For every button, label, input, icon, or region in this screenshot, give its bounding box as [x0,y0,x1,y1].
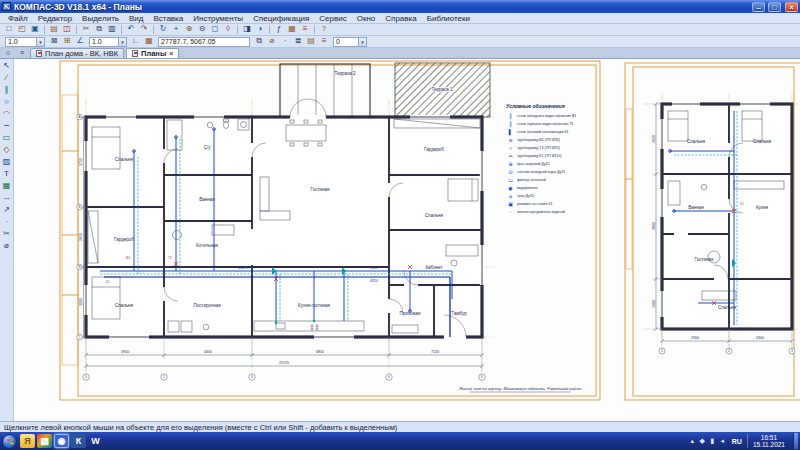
pipe-label[interactable]: Ø32 ПП [238,266,250,270]
menu-item[interactable]: Сервис [314,14,351,23]
room-label[interactable]: Спальня [718,305,737,310]
paste-icon[interactable]: ▥ [106,24,118,35]
room-label[interactable]: Котельная [196,243,218,248]
point-tool-icon[interactable]: ∙ [1,217,13,228]
drawing-canvas[interactable]: Спальня Гардероб Спальня С/у Ванная Коте… [14,59,800,421]
trim-tool-icon[interactable]: ✂ [1,229,13,240]
line-tool-icon[interactable]: ∕ [1,73,13,84]
floor-plan-sheet2[interactable] [652,102,795,354]
rectangle-tool-icon[interactable]: ▭ [1,133,13,144]
dim-label[interactable]: 3800 [652,222,656,230]
room-label[interactable]: Ванная [688,205,704,210]
taskbar-clock[interactable]: 16:51 15.11.2021 [747,434,790,449]
refresh-view-icon[interactable]: ↻ [157,24,169,35]
dim-label[interactable]: 3750 [79,158,83,166]
cut-icon[interactable]: ✂ [80,24,92,35]
maximize-button[interactable]: □ [768,2,781,12]
chevron-down-icon[interactable]: ▾ [118,38,126,46]
chevron-down-icon[interactable]: ▾ [358,38,366,46]
minimize-button[interactable]: – [752,2,765,12]
pan-icon[interactable]: + [170,24,182,35]
dim-label[interactable]: 3000 [79,298,83,306]
layer-combo[interactable]: 0 ▾ [333,37,367,47]
riser-label[interactable]: К1 [740,202,744,206]
tab-list-icon[interactable]: ≡ [16,48,28,58]
text-tool-icon[interactable]: Т [1,169,13,180]
floor-plan-sheet1[interactable] [77,63,490,380]
dim-label[interactable]: 2650 [652,135,656,143]
tab-plany[interactable]: Планы × [126,48,179,58]
spline-tool-icon[interactable]: ∼ [1,121,13,132]
variables-icon[interactable]: ƒ [273,24,285,35]
ortho-mode-icon[interactable]: ∟ [130,36,142,47]
language-indicator[interactable]: RU [730,438,744,445]
browser-icon[interactable]: ◉ [54,434,69,448]
library-manager-icon[interactable]: ≡ [299,24,311,35]
explorer-icon[interactable]: ▤ [37,434,52,448]
menu-item[interactable]: Инструменты [188,14,248,23]
room-label[interactable]: Гостиная [311,187,330,192]
dim-label[interactable]: 2300 [691,336,699,340]
dim-label[interactable]: 1900 [652,300,656,308]
room-label[interactable]: Постирочная [193,303,221,308]
riser-label[interactable]: К1 [106,280,110,284]
parallel-line-tool-icon[interactable]: ∥ [1,85,13,96]
volume-tray-icon[interactable]: ◂ [718,437,727,445]
menu-item[interactable]: Окно [352,14,381,23]
riser-label[interactable]: Т3 [168,256,172,260]
zoom-in-icon[interactable]: ⊕ [183,24,195,35]
measure-icon[interactable]: ⌀ [266,36,278,47]
menu-item[interactable]: Выделить [77,14,124,23]
new-document-icon[interactable]: □ [3,24,15,35]
angle-snap-icon[interactable]: ∠ [74,36,86,47]
local-snap-icon[interactable]: ⊞ [61,36,73,47]
tab-close-icon[interactable]: × [169,50,173,57]
save-icon[interactable]: ▣ [29,24,41,35]
dim-label[interactable]: 2650 [79,233,83,241]
zoom-out-icon[interactable]: ⊖ [196,24,208,35]
close-button[interactable]: × [785,2,798,12]
room-label[interactable]: Ванная [199,197,215,202]
copy-icon[interactable]: ⧉ [93,24,105,35]
dim-label[interactable]: 4400 [204,350,212,354]
room-label[interactable]: Гардероб [114,237,134,242]
room-label[interactable]: Спальня [115,303,134,308]
layers-icon[interactable]: ≣ [292,36,304,47]
dimension-tool-icon[interactable]: ↔ [1,193,13,204]
undo-icon[interactable]: ↶ [125,24,137,35]
chevron-down-icon[interactable]: ▾ [36,38,44,46]
room-label[interactable]: Терраса 1 [431,87,453,92]
snap-lock-icon[interactable]: ⊠ [48,36,60,47]
print-icon[interactable]: ▤ [48,24,60,35]
room-label[interactable]: С/у [204,145,212,150]
room-label[interactable]: Гостиная [695,257,714,262]
menu-item[interactable]: Редактор [33,14,77,23]
cursor-coordinates-field[interactable]: 27787.7, 5067.05 [158,37,250,47]
circle-tool-icon[interactable]: ○ [1,97,13,108]
sheet-caption[interactable]: Жилой дом по адресу: Московская область,… [458,386,582,391]
selection-tool-icon[interactable]: ↖ [1,61,13,72]
riser-label[interactable]: В1 [126,256,130,260]
tab-plan-doma-vk[interactable]: План дома - ВК, НВК [30,48,124,58]
tray-expand-icon[interactable]: ▴ [688,437,697,445]
room-label[interactable]: Спальня [115,157,134,162]
dim-label[interactable]: 2400 [756,336,764,340]
room-label[interactable]: Терраса 2 [334,71,356,76]
menu-item[interactable]: Справка [380,14,421,23]
zoom-selected-icon[interactable]: ◊ [222,24,234,35]
room-label[interactable]: Кухня-гостиная [298,303,330,308]
zoom-all-icon[interactable]: ◻ [209,24,221,35]
dim-label[interactable]: 3900 [121,350,129,354]
orientation-icon[interactable]: ◨ [241,24,253,35]
menu-item[interactable]: Спецификация [248,14,314,23]
drawing-sheet-view[interactable]: Спальня Гардероб Спальня С/у Ванная Коте… [14,59,800,421]
pipe-label[interactable]: Ø110 [370,279,378,283]
dim-label[interactable]: 6850 [316,350,324,354]
redo-icon[interactable]: ↷ [138,24,150,35]
dim-label[interactable]: 7120 [431,350,439,354]
open-document-icon[interactable]: ◰ [16,24,28,35]
yandex-browser-icon[interactable]: Я [20,434,35,448]
shading-icon[interactable]: ◑ [254,24,266,35]
room-label[interactable]: Кабинет [425,265,442,270]
kompas-taskbar-icon[interactable]: К [71,434,86,448]
